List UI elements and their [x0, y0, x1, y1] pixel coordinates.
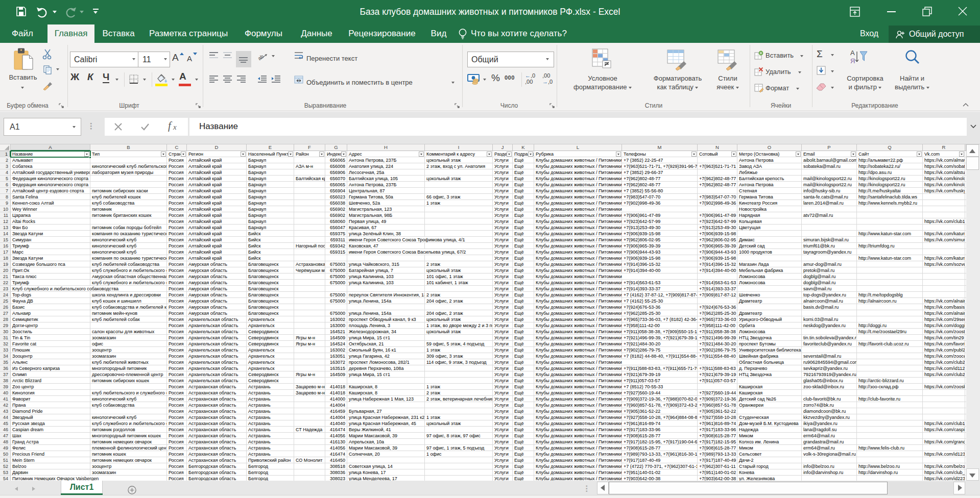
svg-text:Я: Я [850, 57, 855, 65]
svg-text:А: А [850, 49, 855, 57]
